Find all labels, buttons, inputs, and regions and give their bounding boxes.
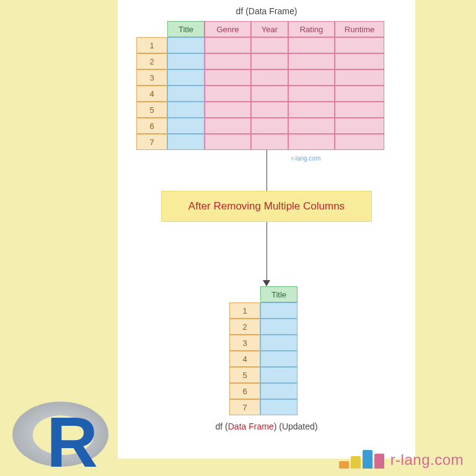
- brand-bars-icon: [339, 450, 384, 469]
- cell-kept: [167, 69, 205, 86]
- cell-removed: [335, 37, 384, 53]
- cell-removed: [251, 134, 288, 150]
- cell-removed: [205, 86, 251, 102]
- cell-kept: [260, 383, 298, 399]
- row-header: 5: [136, 102, 167, 118]
- diagram-canvas: df (Data Frame) TitleGenreYearRatingRunt…: [118, 0, 415, 459]
- brand-text: r-lang.com: [390, 451, 464, 469]
- row-header: 1: [229, 302, 260, 319]
- r-logo-letter: R: [46, 407, 98, 476]
- row-header: 5: [229, 367, 260, 383]
- cell-removed: [251, 118, 288, 134]
- bottom-caption-pre: df (: [216, 421, 228, 431]
- cell-kept: [260, 335, 298, 351]
- cell-kept: [260, 351, 298, 367]
- cell-removed: [335, 118, 384, 134]
- cell-removed: [288, 102, 335, 118]
- row-header: 3: [229, 335, 260, 351]
- watermark-text: r-lang.com: [291, 155, 320, 162]
- dataframe-before: TitleGenreYearRatingRuntime1234567: [136, 21, 384, 150]
- cell-removed: [251, 69, 288, 86]
- bottom-caption-red: Data Frame: [228, 421, 274, 431]
- cell-kept: [167, 86, 205, 102]
- cell-removed: [251, 53, 288, 69]
- arrow-segment-top: [267, 150, 267, 191]
- cell-removed: [288, 134, 335, 150]
- cell-removed: [251, 37, 288, 53]
- cell-kept: [260, 399, 298, 415]
- column-header-removed: Year: [251, 21, 288, 37]
- cell-removed: [205, 37, 251, 53]
- row-header: 6: [229, 383, 260, 399]
- brand-bar-2: [351, 456, 361, 469]
- arrow-segment-bottom: [267, 222, 267, 281]
- cell-removed: [205, 53, 251, 69]
- cell-removed: [205, 134, 251, 150]
- site-brand: r-lang.com: [339, 450, 464, 469]
- row-header: 4: [136, 86, 167, 102]
- r-logo: R: [12, 395, 118, 476]
- cell-removed: [288, 69, 335, 86]
- arrowhead-icon: [263, 280, 270, 286]
- column-header-removed: Genre: [205, 21, 251, 37]
- cell-kept: [260, 319, 298, 335]
- cell-kept: [260, 367, 298, 383]
- column-header-kept: Title: [260, 286, 298, 302]
- cell-removed: [288, 37, 335, 53]
- cell-removed: [251, 102, 288, 118]
- cell-kept: [167, 118, 205, 134]
- cell-removed: [288, 118, 335, 134]
- cell-removed: [288, 53, 335, 69]
- top-caption: df (Data Frame): [118, 6, 415, 16]
- column-header-kept: Title: [167, 21, 205, 37]
- transformation-banner: After Removing Multiple Columns: [161, 191, 372, 222]
- cell-kept: [167, 37, 205, 53]
- cell-removed: [335, 102, 384, 118]
- cell-kept: [167, 53, 205, 69]
- row-header: 2: [229, 319, 260, 335]
- cell-removed: [335, 134, 384, 150]
- cell-removed: [205, 69, 251, 86]
- row-header: 1: [136, 37, 167, 53]
- cell-kept: [167, 102, 205, 118]
- cell-removed: [205, 102, 251, 118]
- cell-removed: [251, 86, 288, 102]
- cell-removed: [205, 118, 251, 134]
- brand-bar-4: [374, 454, 384, 469]
- cell-kept: [260, 302, 298, 319]
- cell-kept: [167, 134, 205, 150]
- row-header: 7: [229, 399, 260, 415]
- cell-removed: [335, 69, 384, 86]
- cell-removed: [288, 86, 335, 102]
- column-header-removed: Runtime: [335, 21, 384, 37]
- cell-removed: [335, 86, 384, 102]
- row-header: 4: [229, 351, 260, 367]
- row-header: 3: [136, 69, 167, 86]
- row-header: 7: [136, 134, 167, 150]
- bottom-caption: df (Data Frame) (Updated): [118, 421, 415, 431]
- row-header: 6: [136, 118, 167, 134]
- brand-bar-3: [363, 450, 372, 469]
- brand-bar-1: [339, 461, 349, 469]
- row-header: 2: [136, 53, 167, 69]
- bottom-caption-post: ) (Updated): [274, 421, 318, 431]
- column-header-removed: Rating: [288, 21, 335, 37]
- cell-removed: [335, 53, 384, 69]
- dataframe-after: Title1234567: [229, 286, 298, 415]
